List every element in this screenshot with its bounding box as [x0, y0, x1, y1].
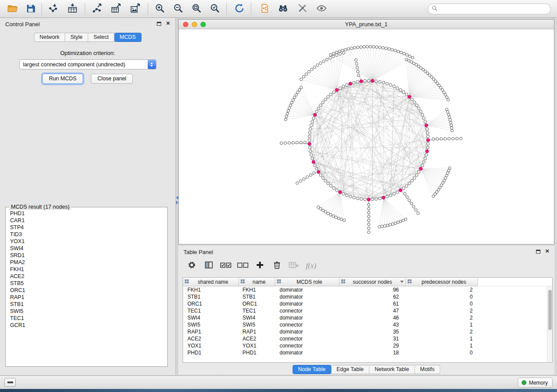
- close-panel-icon[interactable]: ×: [166, 19, 170, 27]
- cell-succ: 35: [339, 328, 406, 335]
- zoom-in-icon: [155, 3, 165, 15]
- mcds-result-item[interactable]: SWI4: [10, 245, 166, 252]
- search-icon: [432, 5, 438, 13]
- export-image-button[interactable]: [128, 2, 142, 16]
- export-table-button[interactable]: [109, 2, 123, 16]
- mcds-result-item[interactable]: SWI5: [10, 308, 166, 315]
- tab-node-table[interactable]: Node Table: [292, 365, 331, 374]
- delete-column-button[interactable]: [272, 261, 282, 271]
- table-row[interactable]: PHD1PHD1dominator180: [183, 349, 547, 356]
- tab-select[interactable]: Select: [88, 33, 114, 42]
- first-neighbors-button[interactable]: [276, 2, 290, 16]
- table-scrollbar[interactable]: [547, 286, 552, 362]
- close-panel-button[interactable]: Close panel: [91, 74, 133, 84]
- network-canvas[interactable]: [179, 29, 554, 244]
- search-input[interactable]: [440, 6, 550, 12]
- column-header-predecessor-nodes[interactable]: predecessor nodes: [406, 278, 478, 286]
- float-window-icon[interactable]: [536, 250, 540, 254]
- save-session-button[interactable]: [24, 2, 38, 16]
- table-row[interactable]: ACE2ACE2connector311: [183, 335, 547, 342]
- tab-edge-table[interactable]: Edge Table: [331, 365, 369, 374]
- tab-mcds[interactable]: MCDS: [114, 33, 142, 42]
- mcds-result-item[interactable]: STB5: [10, 280, 166, 287]
- column-grid-icon: [341, 279, 346, 285]
- zoom-in-button[interactable]: [153, 2, 167, 16]
- tab-network-table[interactable]: Network Table: [370, 365, 415, 374]
- cell-pred: 2: [406, 307, 478, 314]
- mcds-result-item[interactable]: YOX1: [10, 238, 166, 245]
- mcds-result-item[interactable]: TEC1: [10, 315, 166, 322]
- open-file-button[interactable]: [5, 2, 19, 16]
- sort-descending-icon: [400, 281, 404, 283]
- mcds-result-item[interactable]: ACE2: [10, 273, 166, 280]
- mcds-result-item[interactable]: PMA2: [10, 259, 166, 266]
- mcds-result-item[interactable]: PHD1: [10, 210, 166, 217]
- zoom-selected-button[interactable]: [208, 2, 222, 16]
- column-header-successor-nodes[interactable]: successor nodes: [339, 278, 406, 286]
- mcds-result-item[interactable]: SRD1: [10, 252, 166, 259]
- column-header-mcds-role[interactable]: MCDS role: [275, 278, 339, 286]
- zoom-out-button[interactable]: [171, 2, 185, 16]
- memory-button[interactable]: Memory: [518, 378, 553, 388]
- mcds-result-title: MCDS result (17 nodes): [9, 204, 71, 210]
- mcds-result-item[interactable]: TID3: [10, 231, 166, 238]
- paintbrush-off-icon: [297, 3, 308, 15]
- table-row[interactable]: SWI4SWI4dominator462: [183, 314, 547, 321]
- table-row[interactable]: RAP1RAP1dominator352: [183, 328, 547, 335]
- delete-table-button-disabled[interactable]: [289, 261, 299, 271]
- function-builder-button-disabled[interactable]: f(x): [306, 261, 316, 271]
- create-column-button[interactable]: [255, 261, 265, 271]
- mcds-result-item[interactable]: RAP1: [10, 294, 166, 301]
- import-network-button[interactable]: [46, 2, 60, 16]
- table-row[interactable]: TEC1TEC1connector472: [183, 307, 547, 314]
- network-graph[interactable]: [179, 29, 554, 244]
- node-table: shared name name MCDS role successor nod…: [183, 277, 553, 363]
- global-search[interactable]: [428, 3, 551, 14]
- table-row[interactable]: FKH1FKH1dominator962: [183, 286, 547, 293]
- cell-name: TEC1: [239, 307, 275, 314]
- tab-motifs[interactable]: Motifs: [415, 365, 440, 374]
- table-settings-button[interactable]: [187, 261, 197, 271]
- cell-pred: 0: [406, 349, 478, 356]
- tab-network[interactable]: Network: [34, 33, 65, 42]
- cell-shared_name: TEC1: [183, 307, 239, 314]
- float-window-icon[interactable]: [157, 22, 161, 26]
- column-header-shared-name[interactable]: shared name: [183, 278, 239, 286]
- show-columns-button[interactable]: [204, 261, 214, 271]
- tab-style[interactable]: Style: [65, 33, 88, 42]
- scrollbar-thumb[interactable]: [548, 290, 552, 330]
- column-header-name[interactable]: name: [239, 278, 275, 286]
- mcds-result-item[interactable]: FKH1: [10, 266, 166, 273]
- mcds-result-item[interactable]: ORC1: [10, 287, 166, 294]
- refresh-layout-button[interactable]: [232, 2, 246, 16]
- run-mcds-button[interactable]: Run MCDS: [42, 74, 83, 84]
- style-toggle-button[interactable]: [295, 2, 309, 16]
- select-all-columns-button[interactable]: [221, 261, 231, 271]
- zoom-fit-button[interactable]: [190, 2, 204, 16]
- mcds-result-item[interactable]: GCR1: [10, 322, 166, 329]
- optimization-criterion-select[interactable]: largest connected component (undirected): [19, 59, 156, 69]
- mcds-result-list[interactable]: PHD1CAR1STP4TID3YOX1SWI4SRD1PMA2FKH1ACE2…: [10, 210, 166, 364]
- table-row[interactable]: STB1STB1dominator620: [183, 293, 547, 300]
- close-panel-icon[interactable]: ×: [545, 247, 549, 254]
- toolbar-separator: [148, 3, 148, 15]
- show-hide-button[interactable]: [315, 2, 329, 16]
- zoom-selected-icon: [210, 3, 220, 15]
- mcds-result-item[interactable]: STP4: [10, 224, 166, 231]
- table-row[interactable]: SWI5SWI5connector431: [183, 321, 547, 328]
- table-row[interactable]: YOX1YOX1connector291: [183, 342, 547, 349]
- column-grid-icon: [185, 279, 189, 285]
- table-row[interactable]: ORC1ORC1dominator610: [183, 300, 547, 307]
- deselect-all-columns-button[interactable]: [238, 261, 248, 271]
- cell-pred: 2: [406, 328, 478, 335]
- mcds-result-item[interactable]: CAR1: [10, 217, 166, 224]
- export-network-button[interactable]: [90, 2, 104, 16]
- column-label: successor nodes: [346, 279, 399, 285]
- share-document-button[interactable]: [258, 2, 272, 16]
- task-history-button[interactable]: [4, 378, 16, 387]
- table-panel-tabs: Node Table Edge Table Network Table Moti…: [292, 365, 440, 374]
- network-window-titlebar[interactable]: YPA_prune.txt_1: [179, 20, 554, 29]
- import-table-button[interactable]: [66, 2, 80, 16]
- list-icon: [7, 382, 13, 384]
- mcds-result-item[interactable]: STB1: [10, 301, 166, 308]
